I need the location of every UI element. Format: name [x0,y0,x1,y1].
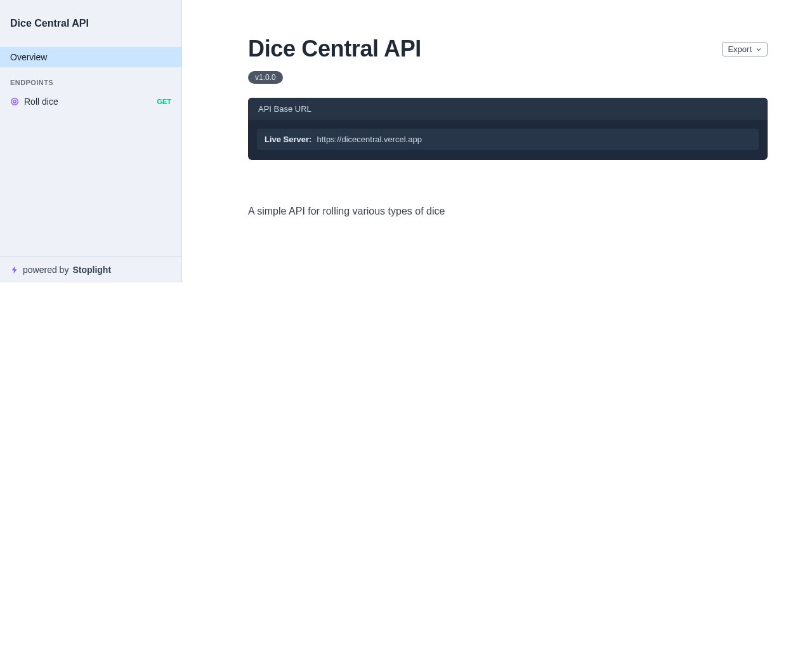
page-title: Dice Central API [248,36,421,62]
base-url-body: Live Server: https://dicecentral.vercel.… [248,120,768,160]
server-label: Live Server: [265,135,311,144]
sidebar-item-roll-dice[interactable]: Roll dice GET [0,91,181,112]
export-button[interactable]: Export [722,42,768,56]
version-badge: v1.0.0 [248,71,283,84]
sidebar-item-overview[interactable]: Overview [0,47,181,67]
powered-by-link[interactable]: powered by Stoplight [0,256,181,282]
endpoint-name: Roll dice [24,96,152,107]
main-content: Dice Central API Export v1.0.0 API Base … [182,0,812,282]
chevron-down-icon [756,46,762,53]
server-url: https://dicecentral.vercel.app [317,135,421,144]
bolt-icon [10,265,19,274]
svg-point-0 [11,98,18,105]
server-row[interactable]: Live Server: https://dicecentral.vercel.… [257,129,759,150]
powered-by-brand: Stoplight [72,265,111,275]
sidebar-section-endpoints: ENDPOINTS [0,67,181,91]
target-icon [10,97,19,106]
base-url-panel: API Base URL Live Server: https://dicece… [248,98,768,160]
main-header: Dice Central API Export [248,36,768,62]
sidebar-item-label: Overview [10,52,47,62]
sidebar-header: Dice Central API [0,0,181,47]
base-url-heading: API Base URL [248,98,768,120]
api-description: A simple API for rolling various types o… [248,206,768,217]
export-button-label: Export [728,44,752,54]
sidebar-title: Dice Central API [10,18,171,29]
powered-by-prefix: powered by [23,265,69,275]
sidebar: Dice Central API Overview ENDPOINTS Roll… [0,0,182,282]
endpoint-method-badge: GET [157,98,171,105]
svg-point-1 [13,100,16,103]
